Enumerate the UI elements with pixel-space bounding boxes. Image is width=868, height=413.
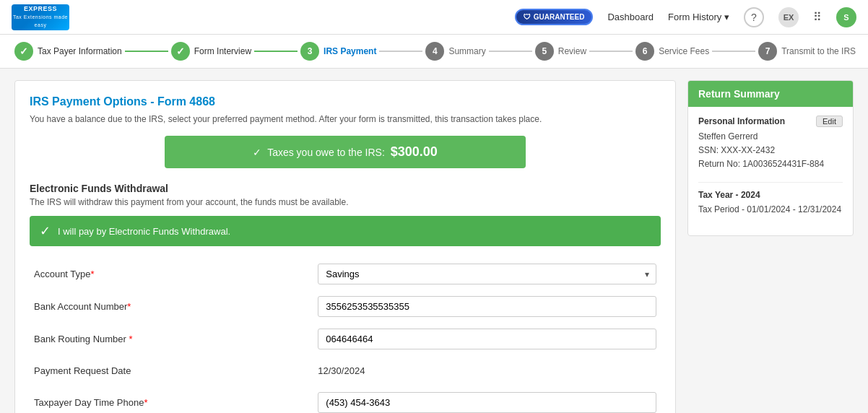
- edit-personal-button[interactable]: Edit: [816, 116, 843, 127]
- progress-step-5: 5 Review: [535, 42, 586, 61]
- bank-routing-field-cell: [313, 323, 661, 355]
- form-history-link[interactable]: Form History ▾: [668, 12, 729, 22]
- dashboard-link[interactable]: Dashboard: [607, 12, 654, 22]
- step-line-5: [589, 51, 633, 52]
- efwd-section-desc: The IRS will withdraw this payment from …: [30, 197, 661, 207]
- shield-icon: 🛡: [524, 13, 531, 21]
- return-summary-body: Personal Information Edit Steffen Gerrer…: [688, 107, 853, 235]
- bank-account-field-cell: [313, 290, 661, 323]
- profile-button[interactable]: S: [836, 7, 856, 27]
- step-5-circle: 5: [535, 42, 554, 61]
- sidebar: Return Summary Personal Information Edit…: [687, 80, 854, 413]
- step-7-circle: 7: [758, 42, 777, 61]
- step-7-label: Transmit to the IRS: [781, 46, 856, 56]
- phone-input[interactable]: [318, 392, 656, 413]
- return-summary-header: Return Summary: [688, 81, 853, 107]
- tax-year-section: Tax Year - 2024 Tax Period - 01/01/2024 …: [698, 190, 843, 217]
- step-1-circle: ✓: [14, 42, 33, 61]
- navbar: EXPRESSTax Extensions made easy 🛡 GUARAN…: [0, 0, 868, 35]
- progress-step-1: ✓ Tax Payer Information: [14, 42, 122, 61]
- main-content: IRS Payment Options - Form 4868 You have…: [0, 69, 868, 413]
- efwd-section-title: Electronic Funds Withdrawal: [30, 183, 661, 194]
- efwd-check-icon: ✓: [40, 223, 51, 239]
- bank-account-label: Bank Account Number*: [30, 290, 313, 323]
- balance-label: Taxes you owe to the IRS:: [267, 147, 385, 158]
- efwd-banner-text: I will pay by Electronic Funds Withdrawa…: [58, 226, 230, 237]
- grid-menu-button[interactable]: ⠿: [813, 10, 822, 24]
- efwd-banner: ✓ I will pay by Electronic Funds Withdra…: [30, 216, 661, 246]
- chevron-down-icon: ▾: [724, 12, 729, 22]
- step-3-circle: 3: [300, 42, 319, 61]
- payment-date-field-cell: 12/30/2024: [313, 355, 661, 386]
- step-line-3: [379, 51, 422, 52]
- progress-step-3: 3 IRS Payment: [300, 42, 376, 61]
- payment-date-label: Payment Request Date: [30, 355, 313, 386]
- step-6-label: Service Fees: [659, 46, 709, 56]
- step-2-label: Form Interview: [194, 46, 251, 56]
- form-fields-table: Account Type* Checking Savings ▾: [30, 258, 661, 413]
- personal-info-title: Personal Information: [698, 116, 785, 126]
- account-type-select[interactable]: Checking Savings: [318, 264, 656, 284]
- checkmark-icon: ✓: [253, 147, 261, 158]
- tax-year-title: Tax Year - 2024: [698, 190, 843, 200]
- tax-period: Tax Period - 01/01/2024 - 12/31/2024: [698, 203, 843, 217]
- account-type-row: Account Type* Checking Savings ▾: [30, 258, 661, 290]
- step-4-circle: 4: [425, 42, 444, 61]
- bank-routing-row: Bank Routing Number *: [30, 323, 661, 355]
- bank-routing-input[interactable]: [318, 329, 656, 349]
- step-2-circle: ✓: [171, 42, 190, 61]
- account-type-label: Account Type*: [30, 258, 313, 290]
- form-subtitle: You have a balance due to the IRS, selec…: [30, 114, 661, 124]
- progress-step-4: 4 Summary: [425, 42, 485, 61]
- progress-step-7: 7 Transmit to the IRS: [758, 42, 856, 61]
- phone-field-cell: [313, 386, 661, 413]
- form-title: IRS Payment Options - Form 4868: [30, 95, 661, 108]
- logo-image: EXPRESSTax Extensions made easy: [12, 4, 69, 30]
- step-6-circle: 6: [635, 42, 654, 61]
- sidebar-name: Steffen Gerrerd: [698, 130, 843, 144]
- phone-row: Taxpayer Day Time Phone*: [30, 386, 661, 413]
- balance-amount: $300.00: [391, 144, 438, 160]
- step-line-6: [712, 51, 755, 52]
- step-1-label: Tax Payer Information: [38, 46, 122, 56]
- guaranteed-label: GUARANTEED: [534, 13, 585, 21]
- phone-label: Taxpayer Day Time Phone*: [30, 386, 313, 413]
- account-type-select-wrapper: Checking Savings ▾: [318, 264, 656, 284]
- summary-divider: [698, 182, 843, 183]
- step-line-2: [254, 51, 298, 52]
- step-4-label: Summary: [448, 46, 485, 56]
- step-line-1: [125, 51, 168, 52]
- step-line-4: [489, 51, 532, 52]
- progress-step-2: ✓ Form Interview: [171, 42, 251, 61]
- logo: EXPRESSTax Extensions made easy: [12, 4, 69, 30]
- required-star: *: [91, 269, 95, 279]
- bank-account-input[interactable]: [318, 296, 656, 317]
- payment-date-row: Payment Request Date 12/30/2024: [30, 355, 661, 386]
- step-5-label: Review: [558, 46, 586, 56]
- sidebar-ssn: SSN: XXX-XX-2432: [698, 144, 843, 157]
- sidebar-return-no: Return No: 1A0036524431F-884: [698, 157, 843, 171]
- user-account-button[interactable]: EX: [778, 7, 799, 27]
- progress-bar: ✓ Tax Payer Information ✓ Form Interview…: [0, 35, 868, 69]
- help-button[interactable]: ?: [744, 7, 764, 27]
- return-summary-box: Return Summary Personal Information Edit…: [687, 80, 854, 236]
- progress-step-6: 6 Service Fees: [635, 42, 709, 61]
- form-area: IRS Payment Options - Form 4868 You have…: [14, 80, 676, 413]
- guaranteed-badge: 🛡 GUARANTEED: [515, 9, 594, 25]
- step-3-label: IRS Payment: [324, 46, 376, 56]
- payment-date-value: 12/30/2024: [318, 361, 656, 381]
- personal-info-section: Personal Information Edit Steffen Gerrer…: [698, 116, 843, 172]
- account-type-field-cell: Checking Savings ▾: [313, 258, 661, 290]
- bank-account-row: Bank Account Number*: [30, 290, 661, 323]
- personal-info-title-row: Personal Information Edit: [698, 116, 843, 127]
- bank-routing-label: Bank Routing Number *: [30, 323, 313, 355]
- balance-due-box: ✓ Taxes you owe to the IRS: $300.00: [165, 136, 526, 168]
